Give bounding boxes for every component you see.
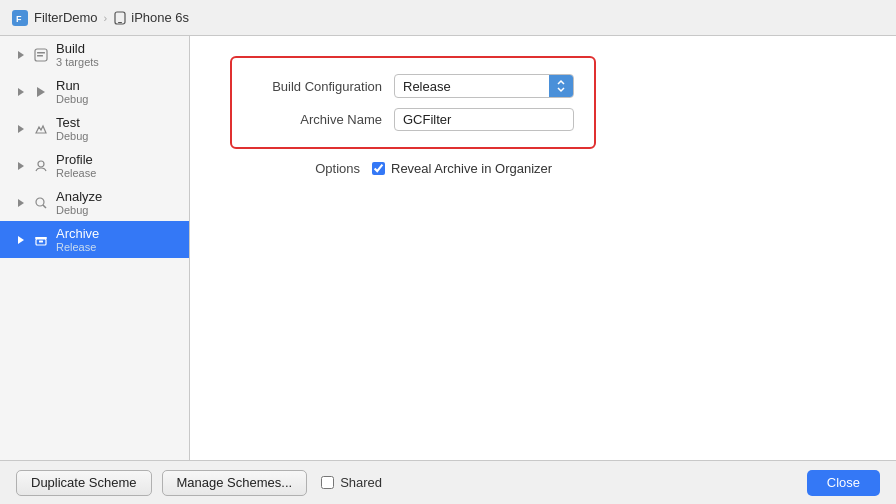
test-label: Test [56,115,88,130]
app-icon: F [12,10,28,26]
profile-sub: Release [56,167,96,179]
arrow-profile [16,161,26,171]
close-button[interactable]: Close [807,470,880,496]
svg-line-10 [43,205,46,208]
build-config-row: Build Configuration Release [252,74,574,98]
analyze-label: Analyze [56,189,102,204]
run-label: Run [56,78,88,93]
build-config-chevron[interactable] [549,75,573,97]
sidebar-item-test[interactable]: Test Debug [0,110,189,147]
archive-label: Archive [56,226,99,241]
shared-checkbox[interactable] [321,476,334,489]
options-label: Options [230,161,360,176]
arrow-build [16,50,26,60]
sidebar: Build 3 targets Run Debug Test Debug [0,36,190,460]
archive-texts: Archive Release [56,226,99,253]
profile-texts: Profile Release [56,152,96,179]
shared-row: Shared [321,475,382,490]
test-icon [32,120,50,138]
manage-schemes-button[interactable]: Manage Schemes... [162,470,308,496]
svg-marker-7 [37,87,45,97]
form-box: Build Configuration Release Archive Name [230,56,596,149]
app-name: FilterDemo [34,10,98,25]
arrow-archive [16,235,26,245]
profile-icon [32,157,50,175]
archive-name-label: Archive Name [252,112,382,127]
profile-label: Profile [56,152,96,167]
archive-sub: Release [56,241,99,253]
bottom-bar: Duplicate Scheme Manage Schemes... Share… [0,460,896,504]
run-texts: Run Debug [56,78,88,105]
duplicate-scheme-button[interactable]: Duplicate Scheme [16,470,152,496]
build-texts: Build 3 targets [56,41,99,68]
run-icon [32,83,50,101]
archive-name-input[interactable] [394,108,574,131]
archive-name-row: Archive Name [252,108,574,131]
build-config-label: Build Configuration [252,79,382,94]
sidebar-item-archive[interactable]: Archive Release [0,221,189,258]
build-icon [32,46,50,64]
sidebar-item-run[interactable]: Run Debug [0,73,189,110]
breadcrumb-separator: › [104,12,108,24]
reveal-checkbox-row: Reveal Archive in Organizer [372,161,552,176]
arrow-run [16,87,26,97]
sidebar-item-profile[interactable]: Profile Release [0,147,189,184]
test-texts: Test Debug [56,115,88,142]
archive-icon [32,231,50,249]
build-config-select[interactable]: Release [394,74,574,98]
build-config-value: Release [395,76,549,97]
titlebar: F FilterDemo › iPhone 6s [0,0,896,36]
phone-icon [113,11,127,25]
device-breadcrumb: iPhone 6s [113,10,189,25]
arrow-analyze [16,198,26,208]
main-content: Build 3 targets Run Debug Test Debug [0,36,896,460]
svg-rect-5 [37,52,45,54]
build-sub: 3 targets [56,56,99,68]
arrow-test [16,124,26,134]
sidebar-item-analyze[interactable]: Analyze Debug [0,184,189,221]
svg-rect-3 [118,22,122,23]
content-panel: Build Configuration Release Archive Name [190,36,896,460]
svg-rect-6 [37,55,43,57]
run-sub: Debug [56,93,88,105]
reveal-checkbox[interactable] [372,162,385,175]
analyze-sub: Debug [56,204,102,216]
device-name: iPhone 6s [131,10,189,25]
svg-rect-13 [39,240,43,242]
analyze-texts: Analyze Debug [56,189,102,216]
svg-point-8 [38,161,44,167]
analyze-icon [32,194,50,212]
shared-label: Shared [340,475,382,490]
reveal-label: Reveal Archive in Organizer [391,161,552,176]
build-label: Build [56,41,99,56]
svg-point-9 [36,198,44,206]
options-row: Options Reveal Archive in Organizer [230,161,856,176]
sidebar-item-build[interactable]: Build 3 targets [0,36,189,73]
svg-text:F: F [16,14,22,24]
test-sub: Debug [56,130,88,142]
